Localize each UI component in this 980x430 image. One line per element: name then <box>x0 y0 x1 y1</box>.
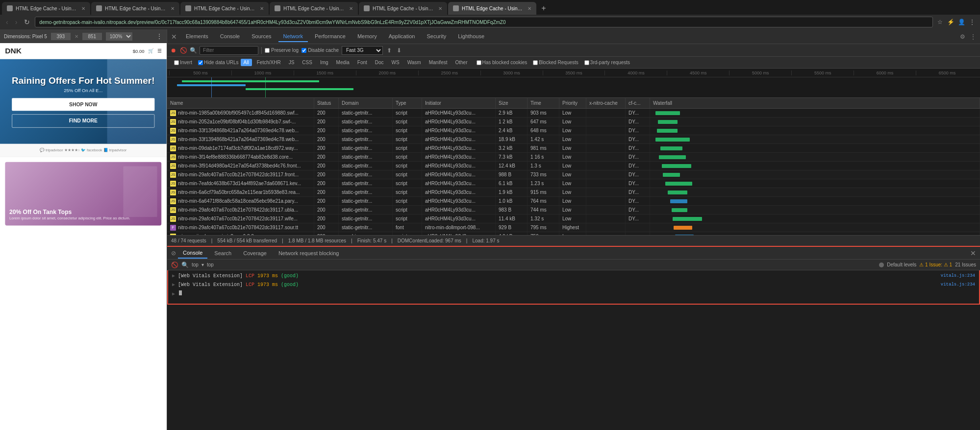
filter-fetchxhr[interactable]: Fetch/XHR <box>254 59 284 66</box>
table-row[interactable]: JSnitro-min-09dab1e7174af3cb7df0f2a1ae18… <box>167 144 980 153</box>
col-header-domain[interactable]: Domain <box>339 98 393 108</box>
zoom-select[interactable]: 100% 75% 50% <box>106 32 132 41</box>
tab-3[interactable]: HTML Edge Cache - Using ... ✕ <box>180 2 269 15</box>
table-row[interactable]: JSnitro-min-33f1394868b421a7a264a07369ed… <box>167 135 980 144</box>
tab-lighthouse[interactable]: Lighthouse <box>453 31 489 42</box>
preserve-log-checkbox[interactable]: Preserve log <box>265 48 299 53</box>
record-button[interactable]: ⏺ <box>170 47 177 54</box>
network-table[interactable]: Name Status Domain Type Initiator Size T… <box>167 98 980 235</box>
console-line-2[interactable]: ▶ [Web Vitals Extension] LCP 1973 ms (go… <box>168 280 979 289</box>
tab-search[interactable]: Search <box>209 248 236 258</box>
col-header-initiator[interactable]: Initiator <box>422 98 496 108</box>
filter-ws[interactable]: WS <box>389 59 402 66</box>
blocked-cookies-input[interactable] <box>477 60 481 65</box>
filter-wasm[interactable]: Wasm <box>404 59 424 66</box>
console-source-2[interactable]: vitals.js:234 <box>941 282 975 287</box>
find-more-button[interactable]: FIND MORE <box>12 114 154 128</box>
preview-menu-icon[interactable]: ⋮ <box>156 32 163 40</box>
col-header-name[interactable]: Name <box>167 98 314 108</box>
tab-application[interactable]: Application <box>384 31 420 42</box>
import-har-icon[interactable]: ⬆ <box>386 47 393 54</box>
devtools-close-button[interactable]: ✕ <box>171 33 177 41</box>
table-row[interactable]: JSnitro-min-3f914d4980a421e7a054af3738be… <box>167 162 980 170</box>
col-header-xcache[interactable]: x-nitro-cache <box>586 98 626 108</box>
width-input[interactable] <box>51 33 71 40</box>
console-source-1[interactable]: vitals.js:234 <box>941 273 975 278</box>
table-row[interactable]: JSnitro-min-1985a00b690bf905497c1df845d1… <box>167 109 980 118</box>
new-tab-button[interactable]: + <box>537 2 550 15</box>
tab-2[interactable]: HTML Edge Cache - Using ... ✕ <box>91 2 179 15</box>
disable-cache-checkbox[interactable]: Disable cache <box>302 48 339 53</box>
tab-6[interactable]: HTML Edge Cache - Using ... ✕ <box>448 2 536 15</box>
invert-checkbox[interactable]: Invert <box>174 60 192 65</box>
tab-close-6[interactable]: ✕ <box>528 6 531 11</box>
address-bar[interactable]: demo-getnitropack-main-ivailo.nitropack.… <box>35 17 933 27</box>
clear-console-icon[interactable]: 🚫 <box>171 262 178 268</box>
col-header-size[interactable]: Size <box>496 98 528 108</box>
table-row[interactable]: JSnitro-min-29afc407a67cc0b21e7078422dc3… <box>167 170 980 179</box>
forward-button[interactable]: › <box>13 17 20 27</box>
table-row[interactable]: JSnitro-min-29afc407a67cc0b21e7078422dc3… <box>167 215 980 223</box>
settings-icon[interactable]: ⋮ <box>968 18 976 26</box>
table-row[interactable]: JSnitro-min-7eafdc4638b673d14a4f892ae7da… <box>167 179 980 188</box>
disable-cache-input[interactable] <box>302 48 306 53</box>
filter-all[interactable]: All <box>241 59 252 66</box>
table-row[interactable]: JSnitro-min-29afc407a67cc0b21e7078422dc3… <box>167 206 980 215</box>
tab-close-3[interactable]: ✕ <box>260 6 264 11</box>
tab-close-5[interactable]: ✕ <box>438 6 442 11</box>
filter-media[interactable]: Media <box>333 59 352 66</box>
tab-console-panel[interactable]: Console <box>178 248 207 259</box>
tab-console[interactable]: Console <box>215 31 245 42</box>
menu-icon[interactable]: ☰ <box>157 48 162 53</box>
table-row[interactable]: JSnitro-min-6a6471f88ca8c58a18cea05ebc98… <box>167 197 980 206</box>
tab-performance[interactable]: Performance <box>310 31 351 42</box>
tab-security[interactable]: Security <box>422 31 451 42</box>
col-header-waterfall[interactable]: Waterfall <box>650 98 980 108</box>
tab-close-1[interactable]: ✕ <box>81 6 85 11</box>
tab-network[interactable]: Network <box>278 31 308 42</box>
tab-4[interactable]: HTML Edge Cache - Using ... ✕ <box>270 2 358 15</box>
height-input[interactable] <box>82 33 102 40</box>
settings-icon[interactable]: ⚙ <box>960 33 965 40</box>
default-levels-select[interactable]: Default levels <box>887 262 916 267</box>
filter-font[interactable]: Font <box>354 59 370 66</box>
blocked-cookies-checkbox[interactable]: Has blocked cookies <box>477 60 528 65</box>
col-header-cfc[interactable]: cf-c... <box>626 98 650 108</box>
table-row[interactable]: JSnitro-min-2052a1ce09bf08bf04b1d30fb984… <box>167 118 980 126</box>
filter-other[interactable]: Other <box>452 59 470 66</box>
col-header-status[interactable]: Status <box>314 98 339 108</box>
tab-close-2[interactable]: ✕ <box>171 6 175 11</box>
tab-1[interactable]: HTML Edge Cache - Using ... ✕ <box>2 2 90 15</box>
filter-doc[interactable]: Doc <box>372 59 387 66</box>
table-row[interactable]: JSnitro-min-33f1394868b421a7a264a07369ed… <box>167 126 980 135</box>
third-party-checkbox[interactable]: 3rd-party requests <box>584 60 630 65</box>
cart-icon[interactable]: 🛒 <box>148 48 154 53</box>
filter-icon[interactable]: 🔍 <box>190 47 197 54</box>
col-header-priority[interactable]: Priority <box>559 98 586 108</box>
more-options-icon[interactable]: ⋮ <box>970 33 976 40</box>
table-row[interactable]: Fnitro-min-29afc407a67cc0b21e7078422dc39… <box>167 223 980 232</box>
third-party-input[interactable] <box>584 60 589 65</box>
blocked-requests-input[interactable] <box>533 60 538 65</box>
tab-5[interactable]: HTML Edge Cache - Using ... ✕ <box>359 2 447 15</box>
invert-input[interactable] <box>174 60 179 65</box>
filter-css[interactable]: CSS <box>299 59 315 66</box>
console-line-3[interactable]: ▶ <box>168 289 979 298</box>
preserve-log-input[interactable] <box>265 48 270 53</box>
table-row[interactable]: JSnitro-min-3f14ef8e888336b668774ab82e8d… <box>167 153 980 162</box>
extensions-icon[interactable]: ⚡ <box>947 18 955 26</box>
throttle-select[interactable]: Fast 3G Slow 3G No throttling <box>342 46 383 55</box>
console-line-1[interactable]: ▶ [Web Vitals Extension] LCP 1973 ms (go… <box>168 271 979 280</box>
top-context-btn[interactable]: ▾ <box>201 262 204 267</box>
tab-elements[interactable]: Elements <box>181 31 213 42</box>
reload-button[interactable]: ↻ <box>22 17 32 27</box>
tab-memory[interactable]: Memory <box>352 31 382 42</box>
tab-close-4[interactable]: ✕ <box>349 6 353 11</box>
bookmark-icon[interactable]: ☆ <box>936 18 944 26</box>
filter-manifest[interactable]: Manifest <box>426 59 451 66</box>
tab-sources[interactable]: Sources <box>247 31 276 42</box>
export-har-icon[interactable]: ⬇ <box>396 47 402 54</box>
col-header-time[interactable]: Time <box>528 98 559 108</box>
col-header-type[interactable]: Type <box>393 98 422 108</box>
filter-input[interactable] <box>200 46 258 55</box>
